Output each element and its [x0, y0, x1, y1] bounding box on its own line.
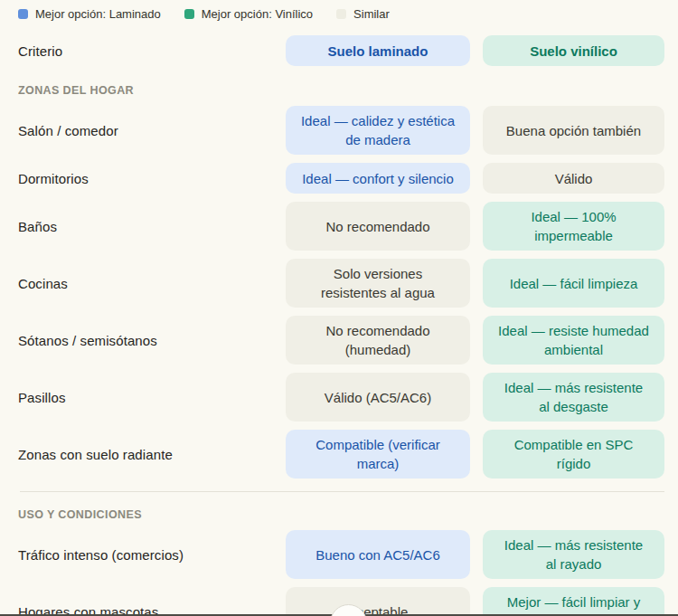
comparison-table: Mejor opción: Laminado Mejor opción: Vin…: [0, 0, 678, 616]
legend-item-similar: Similar: [336, 7, 390, 21]
cell-vinilico: Válido: [483, 163, 664, 194]
cell-vinilico: Mejor — fácil limpiar y sin arañazos: [483, 587, 664, 616]
legend-label: Mejor opción: Laminado: [35, 7, 161, 21]
criterion-header: Criterio: [18, 43, 273, 59]
cell-vinilico: Buena opción también: [483, 106, 664, 155]
legend-swatch-neutral-icon: [336, 9, 346, 19]
section-divider: [20, 491, 664, 492]
cell-vinilico: Ideal — resiste humedad ambiental: [483, 316, 664, 365]
table-header-row: Criterio Suelo laminado Suelo vinílico: [18, 35, 664, 66]
cell-laminado: Aceptable: [286, 587, 470, 616]
table-body: ZONAS DEL HOGARSalón / comedorIdeal — ca…: [18, 84, 664, 616]
cell-laminado: Válido (AC5/AC6): [286, 373, 470, 422]
criterion-label: Cocinas: [18, 276, 273, 291]
criterion-label: Salón / comedor: [18, 123, 273, 138]
cell-laminado: Bueno con AC5/AC6: [286, 530, 470, 579]
table-row: Zonas con suelo radianteCompatible (veri…: [18, 430, 664, 479]
table-row: DormitoriosIdeal — confort y silencioVál…: [18, 163, 664, 194]
cell-vinilico: Ideal — 100% impermeable: [483, 202, 664, 251]
legend: Mejor opción: Laminado Mejor opción: Vin…: [18, 7, 664, 21]
legend-item-vinilico: Mejor opción: Vinílico: [184, 7, 313, 21]
section-title: ZONAS DEL HOGAR: [18, 84, 664, 97]
cell-vinilico: Compatible en SPC rígido: [483, 430, 664, 479]
section-title: USO Y CONDICIONES: [18, 508, 664, 521]
table-row: BañosNo recomendadoIdeal — 100% impermea…: [18, 202, 664, 251]
criterion-label: Pasillos: [18, 390, 273, 405]
criterion-label: Sótanos / semisótanos: [18, 333, 273, 348]
cell-laminado: No recomendado: [286, 202, 470, 251]
table-row: PasillosVálido (AC5/AC6)Ideal — más resi…: [18, 373, 664, 422]
legend-item-laminado: Mejor opción: Laminado: [18, 7, 161, 21]
column-header-laminado: Suelo laminado: [286, 35, 470, 66]
criterion-label: Baños: [18, 219, 273, 234]
cell-laminado: Compatible (verificar marca): [286, 430, 470, 479]
criterion-label: Dormitorios: [18, 171, 273, 186]
cell-vinilico: Ideal — fácil limpieza: [483, 259, 664, 308]
table-row: CocinasSolo versiones resistentes al agu…: [18, 259, 664, 308]
column-header-vinilico: Suelo vinílico: [483, 35, 664, 66]
cell-laminado: No recomendado (humedad): [286, 316, 470, 365]
legend-label: Similar: [353, 7, 390, 21]
criterion-label: Tráfico intenso (comercios): [18, 547, 273, 563]
legend-swatch-blue-icon: [18, 9, 28, 19]
cell-laminado: Ideal — confort y silencio: [286, 163, 470, 194]
cell-vinilico: Ideal — más resistente al rayado: [483, 530, 664, 579]
criterion-label: Zonas con suelo radiante: [18, 447, 273, 462]
table-row: Sótanos / semisótanosNo recomendado (hum…: [18, 316, 664, 365]
legend-label: Mejor opción: Vinílico: [202, 7, 313, 21]
table-row: Tráfico intenso (comercios)Bueno con AC5…: [18, 530, 664, 579]
cell-laminado: Solo versiones resistentes al agua: [286, 259, 470, 308]
cell-vinilico: Ideal — más resistente al desgaste: [483, 373, 664, 422]
legend-swatch-green-icon: [184, 9, 194, 19]
cell-laminado: Ideal — calidez y estética de madera: [286, 106, 470, 155]
table-row: Salón / comedorIdeal — calidez y estétic…: [18, 106, 664, 155]
